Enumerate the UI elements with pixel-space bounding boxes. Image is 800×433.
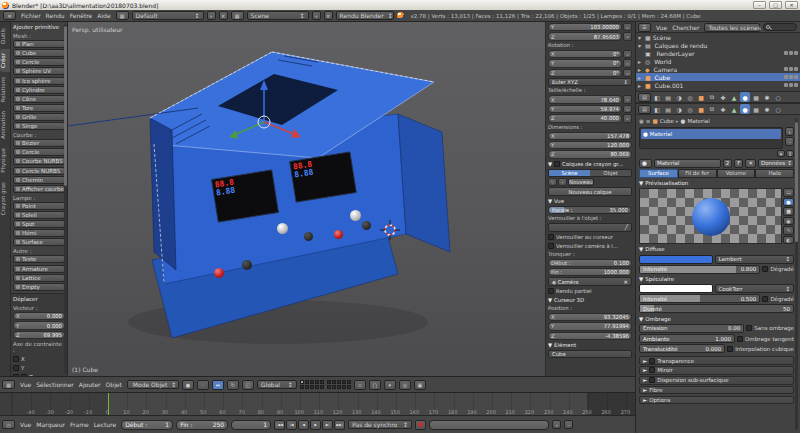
eye-icon[interactable] xyxy=(784,51,788,55)
add-slot-button[interactable]: ＋ xyxy=(785,127,794,136)
number-field[interactable]: Y77.91994 xyxy=(548,322,632,330)
number-field[interactable]: Z-4.38596 xyxy=(548,332,632,340)
preview-cube-button[interactable]: ■ xyxy=(783,207,794,216)
add-mesh-button[interactable]: Singe xyxy=(13,122,65,130)
playback-button[interactable]: ▶| xyxy=(322,420,333,430)
screen-layout-select[interactable]: Default↕ xyxy=(132,11,204,20)
timeline[interactable]: -40-30-20-100102030405060708090100110120… xyxy=(0,392,635,415)
outliner-item-label[interactable]: Calques de rendu xyxy=(653,42,708,49)
transform-orientation-select[interactable]: Global↕ xyxy=(257,380,297,389)
properties-tab[interactable]: ✱ xyxy=(762,104,772,114)
number-field[interactable]: Z0° xyxy=(548,69,622,77)
menu-item[interactable]: Vue xyxy=(654,24,669,31)
properties-tab[interactable]: ● xyxy=(740,92,750,102)
screen-layout-icon[interactable]: ▦ xyxy=(116,11,129,20)
current-frame-line[interactable] xyxy=(108,393,109,415)
outliner-item-label[interactable]: World xyxy=(652,58,671,65)
expander-icon[interactable]: ▾ xyxy=(638,42,643,49)
render-restrict-icon[interactable] xyxy=(794,51,798,55)
properties-tab[interactable]: ◧ xyxy=(652,104,662,114)
playback-button[interactable]: ▶▶| xyxy=(334,420,345,430)
menu-item[interactable]: Fichier xyxy=(19,12,43,19)
menu-item[interactable]: Vue xyxy=(18,421,33,428)
number-field[interactable]: X157.478 xyxy=(548,132,632,140)
add-scene-button[interactable]: ＋ xyxy=(312,11,321,20)
collapsed-panel-header[interactable]: ► Dispersion sub-surfacique xyxy=(639,376,794,385)
properties-tab[interactable]: ▤ xyxy=(663,92,673,102)
add-other-button[interactable]: Texte xyxy=(13,255,65,263)
outliner-item[interactable]: ▣ RenderLayer xyxy=(636,49,800,57)
number-field[interactable]: X93.32045 xyxy=(548,313,632,321)
specular-shader-select[interactable]: CookTorr↕ xyxy=(715,284,795,293)
snap-element-select[interactable]: ▾ xyxy=(384,380,396,390)
browse-material-icon[interactable]: ● xyxy=(639,159,652,168)
properties-tab[interactable]: ⧉ xyxy=(707,104,717,114)
panel-header-add-primitive[interactable]: Ajouter primitive xyxy=(13,23,65,31)
expander-icon[interactable]: ▸ xyxy=(638,58,643,65)
menu-item[interactable]: Objet xyxy=(104,381,124,388)
diffuse-color-swatch[interactable] xyxy=(639,255,713,264)
lock-icon[interactable]: ▫ xyxy=(623,69,632,77)
scene-icon[interactable]: ▦ xyxy=(231,11,244,20)
slot-updown-icon[interactable]: ↕ xyxy=(786,150,794,157)
number-field[interactable]: Y103.00000 xyxy=(548,23,622,31)
add-mesh-button[interactable]: Cylindre xyxy=(13,86,65,94)
add-other-button[interactable]: Armature xyxy=(13,265,65,273)
clip-end-field[interactable]: Fin :1000.000 xyxy=(548,268,632,276)
snap-magnet-icon[interactable]: ⋂ xyxy=(369,380,381,390)
scene-select[interactable]: Scene↕ xyxy=(247,11,309,20)
add-curve-button[interactable]: Cercle NURBS xyxy=(13,167,65,175)
outliner-item[interactable]: ▸ ◎ World xyxy=(636,57,800,65)
preview-hair-button[interactable]: ∿ xyxy=(783,226,794,235)
delete-layout-button[interactable]: ✕ xyxy=(219,11,228,20)
add-curve-button[interactable]: Afficher courbe xyxy=(13,185,65,193)
toolshelf-tab[interactable]: Créer xyxy=(0,49,10,72)
add-lamp-button[interactable]: Spot xyxy=(13,220,65,228)
axis-checkbox[interactable] xyxy=(13,365,19,371)
item-panel-header[interactable]: ▼Élément xyxy=(548,341,632,349)
editor-type-icon[interactable]: ≡ xyxy=(3,11,16,20)
lock-icon[interactable]: ▫ xyxy=(623,23,632,31)
toolshelf-tab[interactable]: Outils xyxy=(0,24,10,48)
keying-set-field[interactable] xyxy=(429,420,549,430)
properties-tab[interactable]: ✚ xyxy=(718,92,728,102)
rotation-mode-select[interactable]: Euler XYZ↕ xyxy=(548,78,632,86)
checkbox[interactable] xyxy=(548,243,554,249)
current-frame-field[interactable]: 1 xyxy=(231,420,271,430)
outliner-search-input[interactable] xyxy=(763,23,797,31)
number-field[interactable]: Y0.000 xyxy=(13,321,65,329)
grease-pencil-panel-header[interactable]: ▼Calques de crayon gr... xyxy=(548,160,632,168)
playback-button[interactable]: ▶ xyxy=(310,420,321,430)
diffuse-intensity-slider[interactable]: Intensité0.800 xyxy=(639,265,760,274)
toolshelf-tab[interactable]: Relations xyxy=(0,73,10,106)
outliner-item[interactable]: ▾ ▦ Scène xyxy=(636,33,800,41)
breadcrumb-object[interactable]: Cube xyxy=(660,118,674,124)
cursor-panel-header[interactable]: ▼Curseur 3D xyxy=(548,296,632,304)
render-opengl-icon[interactable]: ◎ xyxy=(399,380,411,390)
delete-scene-button[interactable]: ✕ xyxy=(324,11,333,20)
number-field[interactable]: Z40.000 xyxy=(548,114,622,122)
delete-keyframe-button[interactable]: － xyxy=(564,420,573,429)
preview-sphere-button[interactable]: ● xyxy=(783,198,794,207)
remove-slot-button[interactable]: － xyxy=(785,137,794,146)
add-mesh-button[interactable]: Cube xyxy=(13,49,65,57)
outliner-item[interactable]: ▾ ▤ Calques de rendu xyxy=(636,41,800,49)
outliner-item[interactable]: ▸ ■ Cube.001 xyxy=(636,81,800,89)
menu-item[interactable]: Lecture xyxy=(92,421,118,428)
gp-new-layer-button[interactable]: Nouveau calque xyxy=(548,187,632,195)
checkbox[interactable] xyxy=(649,377,655,383)
pivot-point-select[interactable]: ◦ xyxy=(197,380,209,390)
properties-tab[interactable]: ▲ xyxy=(729,104,739,114)
number-field[interactable]: Y120.000 xyxy=(548,141,632,149)
outliner-item[interactable]: ▸ ■ Cube xyxy=(636,73,800,81)
expander-icon[interactable]: ▸ xyxy=(638,66,643,73)
frame-end-field[interactable]: Fin :250 xyxy=(176,420,228,430)
checkbox[interactable] xyxy=(737,336,743,342)
browse-icon[interactable]: ≡ xyxy=(646,118,651,124)
expander-icon[interactable]: ▸ xyxy=(638,74,643,81)
number-field[interactable]: X0° xyxy=(548,50,622,58)
item-name-field[interactable]: Cube xyxy=(548,350,632,358)
checkbox[interactable] xyxy=(762,296,768,302)
shading-panel-header[interactable]: ▼Ombrage xyxy=(639,315,794,323)
material-name-field[interactable]: Material xyxy=(654,159,721,168)
